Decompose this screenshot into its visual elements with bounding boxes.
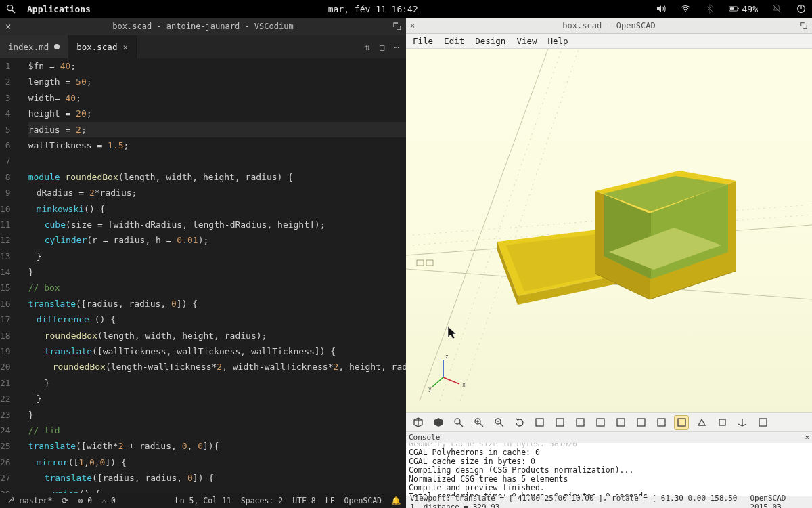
svg-line-33 xyxy=(500,423,503,427)
zoom-in-button[interactable] xyxy=(471,415,486,430)
code-line[interactable]: dRadius = 2*radius; xyxy=(28,185,406,200)
bottom-button[interactable] xyxy=(633,415,648,430)
code-line[interactable]: cube(size = [width-dRadius, length-dRadi… xyxy=(28,217,406,232)
back-button[interactable] xyxy=(593,415,608,430)
language-mode[interactable]: OpenSCAD xyxy=(344,496,382,505)
menu-design[interactable]: Design xyxy=(471,35,510,47)
code-line[interactable]: // lid xyxy=(28,423,406,438)
cursor-position[interactable]: Ln 5, Col 11 xyxy=(175,496,231,505)
tab-close-icon[interactable]: × xyxy=(122,42,128,52)
split-editor-icon[interactable]: ◫ xyxy=(380,42,385,52)
notifications-icon[interactable]: 🔔 xyxy=(391,496,401,505)
svg-text:x: x xyxy=(462,382,466,388)
axis-gizmo: x y z xyxy=(428,354,466,392)
applications-menu[interactable]: Applications xyxy=(27,4,91,14)
code-line[interactable]: height = 20; xyxy=(28,106,406,121)
window-close-icon[interactable]: × xyxy=(410,21,415,30)
menu-help[interactable]: Help xyxy=(543,35,572,47)
editor-title: box.scad - antoine-jaunard - VSCodium xyxy=(112,22,293,31)
zoom-out-button[interactable] xyxy=(491,415,506,430)
code-line[interactable]: roundedBox(length-wallTickness*2, width-… xyxy=(28,359,406,375)
code-line[interactable]: mirror([1,0,0]) { xyxy=(28,454,406,470)
editor-tab[interactable]: box.scad× xyxy=(68,35,137,58)
openscad-statusbar: Viewport: translate = [ 41.00 25.00 10.0… xyxy=(406,496,812,508)
code-line[interactable]: } xyxy=(28,407,406,423)
code-line[interactable]: difference () { xyxy=(28,312,406,327)
view-all-button[interactable] xyxy=(451,415,466,430)
menu-edit[interactable]: Edit xyxy=(440,35,468,47)
menu-view[interactable]: View xyxy=(512,35,541,47)
preview-icon xyxy=(413,417,423,427)
battery-indicator[interactable]: 49% xyxy=(729,3,758,14)
console-close-icon[interactable]: × xyxy=(805,433,809,442)
errors-count[interactable]: ⊗ 0 xyxy=(78,496,92,505)
center-button[interactable] xyxy=(674,415,689,430)
code-line[interactable]: // box xyxy=(28,280,406,295)
code-line[interactable]: } xyxy=(28,391,406,406)
editor-tab[interactable]: index.md xyxy=(0,35,68,58)
wifi-icon[interactable] xyxy=(680,3,691,14)
system-clock[interactable]: mar, fév 11 16:42 xyxy=(328,4,418,14)
code-line[interactable]: translate([radius, radius, 0]) { xyxy=(28,470,406,486)
editor-titlebar[interactable]: × box.scad - antoine-jaunard - VSCodium xyxy=(0,18,406,35)
perspective-button[interactable] xyxy=(694,415,709,430)
show-scale-button[interactable] xyxy=(755,415,770,430)
code-line[interactable]: width= 40; xyxy=(28,90,406,106)
code-line[interactable]: radius = 2; xyxy=(28,122,406,137)
eol[interactable]: LF xyxy=(325,496,335,505)
window-maximize-icon[interactable] xyxy=(800,22,808,30)
svg-rect-4 xyxy=(729,7,734,10)
compare-changes-icon[interactable]: ⇅ xyxy=(365,42,370,52)
code-line[interactable]: } xyxy=(28,375,406,391)
code-line[interactable]: $fn = 40; xyxy=(28,58,406,74)
svg-line-11 xyxy=(420,49,548,401)
orthogonal-button[interactable] xyxy=(715,415,729,430)
window-maximize-icon[interactable] xyxy=(392,22,402,31)
openscad-viewport[interactable]: x y z xyxy=(406,49,812,412)
code-line[interactable]: length = 50; xyxy=(28,74,406,89)
encoding[interactable]: UTF-8 xyxy=(292,496,316,505)
notifications-off-icon[interactable] xyxy=(771,3,782,14)
right-button[interactable] xyxy=(532,415,547,430)
code-line[interactable]: translate([wallTickness, wallTickness, w… xyxy=(28,343,406,359)
menu-file[interactable]: File xyxy=(409,35,437,47)
code-area[interactable]: $fn = 40;length = 50;width= 40;height = … xyxy=(19,58,406,493)
volume-icon[interactable] xyxy=(656,3,667,14)
search-icon[interactable] xyxy=(5,3,16,14)
diagonal-button[interactable] xyxy=(654,415,669,430)
code-line[interactable]: translate([width*2 + radius, 0, 0]){ xyxy=(28,438,406,454)
console-output[interactable]: Geometry cache size in bytes: 581920CGAL… xyxy=(406,443,812,496)
render-button[interactable] xyxy=(430,415,445,430)
reset-view-button[interactable] xyxy=(512,415,526,430)
code-line[interactable]: cylinder(r = radius, h = 0.01); xyxy=(28,232,406,248)
window-close-icon[interactable]: × xyxy=(5,21,11,32)
code-line[interactable]: minkowski() { xyxy=(28,201,406,217)
editor-statusbar: ⎇ master* ⟳ ⊗ 0 ⚠ 0 Ln 5, Col 11 Spaces:… xyxy=(0,493,406,508)
code-line[interactable]: roundedBox(length, width, height, radius… xyxy=(28,328,406,343)
code-line[interactable]: module roundedBox(length, width, height,… xyxy=(28,169,406,185)
openscad-titlebar[interactable]: × box.scad — OpenSCAD xyxy=(406,18,812,34)
code-line[interactable]: } xyxy=(28,249,406,264)
git-branch[interactable]: ⎇ master* xyxy=(5,496,52,505)
top-button[interactable] xyxy=(613,415,628,430)
power-icon[interactable] xyxy=(796,3,807,14)
console-header: Console xyxy=(409,433,440,442)
code-line[interactable] xyxy=(28,153,406,169)
left-button[interactable] xyxy=(552,415,567,430)
bluetooth-off-icon[interactable] xyxy=(704,3,715,14)
code-editor[interactable]: 1234567891011121314151617181920212223242… xyxy=(0,58,406,493)
code-line[interactable]: translate([radius, radius, 0]) { xyxy=(28,296,406,312)
code-line[interactable]: } xyxy=(28,264,406,280)
code-line[interactable]: wallTickness = 1.5; xyxy=(28,137,406,153)
front-button[interactable] xyxy=(572,415,587,430)
preview-button[interactable] xyxy=(410,415,425,430)
code-line[interactable]: union() { xyxy=(28,486,406,493)
git-sync-icon[interactable]: ⟳ xyxy=(62,496,68,505)
svg-line-27 xyxy=(459,423,463,427)
indentation[interactable]: Spaces: 2 xyxy=(241,496,283,505)
editor-pane: × box.scad - antoine-jaunard - VSCodium … xyxy=(0,18,406,508)
axes-button[interactable] xyxy=(735,415,750,430)
more-actions-icon[interactable]: ⋯ xyxy=(394,42,399,52)
zoom-out-icon xyxy=(494,417,504,427)
warnings-count[interactable]: ⚠ 0 xyxy=(102,496,116,505)
